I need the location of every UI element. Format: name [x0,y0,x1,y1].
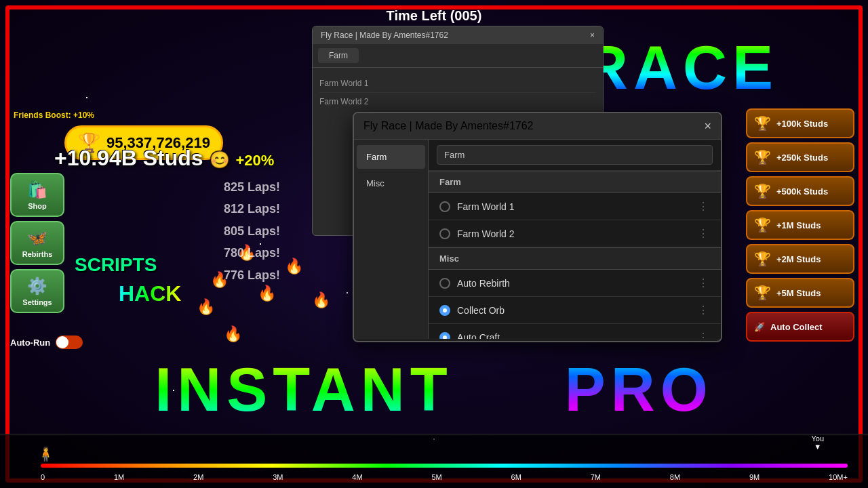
shop-icon: 🛍️ [27,180,47,199]
modal: Fly Race | Made By Amentes#1762 × Farm M… [353,112,722,342]
btn-2m[interactable]: 🏆 +2M Studs [746,244,854,274]
laps-overlay: 825 Laps! 812 Laps! 805 Laps! 780 Laps! … [224,176,280,286]
marker-6m: 6M [511,473,521,481]
bg-farm-world-1-label: Farm World 1 [319,75,596,93]
auto-collect-label: Auto Collect [770,322,823,332]
collect-orb-label: Collect Orb [457,305,505,316]
instant-text: INSTANT [155,356,452,424]
bg-window-title-bar: Fly Race | Made By Amentes#1762 × [313,26,603,44]
sidebar-item-rebirths[interactable]: 🦋 Rebirths [10,221,64,265]
toggle-knob [56,336,68,348]
auto-rebirth-label: Auto Rebirth [457,278,510,289]
you-marker: You ▼ [811,434,824,451]
farm-input-row [429,140,721,171]
scripts-text: SCRIPTS [75,254,157,276]
timer: Time Left (005) [387,8,482,24]
btn-1m-label: +1M Studs [776,220,821,230]
modal-sidebar-misc[interactable]: Misc [357,171,425,195]
marker-9m: 9M [749,473,760,481]
misc-section-header: Misc [429,247,721,270]
flame-6: 🔥 [312,291,330,309]
right-buttons: 🏆 +100k Studs 🏆 +250k Studs 🏆 +500k Stud… [746,108,854,342]
auto-craft-radio[interactable] [439,332,450,340]
modal-overlay: Fly Race | Made By Amentes#1762 × Farm M… [353,112,722,342]
collect-orb-radio[interactable] [439,305,450,316]
trophy-icon-2: 🏆 [754,149,771,165]
btn-100k-label: +100k Studs [776,119,828,129]
modal-main-content: Farm Farm World 1 ⋮ Farm World 2 ⋮ Misc … [429,140,721,339]
progress-markers: 0 1M 2M 3M 4M 5M 6M 7M 8M 9M 10M+ [41,473,848,481]
farm-world-2-radio[interactable] [439,228,450,239]
modal-title-text: Fly Race | Made By Amentes#1762 [363,120,534,132]
instant-pro-title: INSTANT PRO [20,359,848,420]
bg-window-content: Farm World 1 Farm World 2 [313,68,603,117]
farm-world-2-dots: ⋮ [698,227,710,240]
flame-7: 🔥 [224,325,242,343]
boost-percent: +20% [235,152,274,169]
collect-orb-dots: ⋮ [698,304,710,317]
hack-text: HACK [119,281,181,306]
btn-100k[interactable]: 🏆 +100k Studs [746,108,854,138]
auto-run-toggle[interactable] [56,336,83,349]
bg-farm-world-2-label: Farm World 2 [319,93,596,110]
auto-rebirth-radio[interactable] [439,278,450,289]
race-text: RACE [584,34,778,102]
btn-5m-label: +5M Studs [776,288,821,298]
trophy-icon-3: 🏆 [754,183,771,199]
btn-250k-label: +250k Studs [776,152,828,163]
flame-4: 🔥 [258,285,276,302]
auto-craft-label: Auto Craft [457,332,500,340]
marker-1m: 1M [114,473,124,481]
btn-1m[interactable]: 🏆 +1M Studs [746,210,854,240]
auto-collect-button[interactable]: 🚀 Auto Collect [746,312,854,342]
studs-gained-text: +10.94B Studs [54,146,203,170]
btn-250k[interactable]: 🏆 +250k Studs [746,142,854,172]
btn-5m[interactable]: 🏆 +5M Studs [746,278,854,308]
farm-world-1-radio[interactable] [439,201,450,212]
modal-body: Farm Misc Farm Farm World 1 ⋮ Farm Wo [354,140,721,339]
friends-boost: Friends Boost: +10% [14,110,94,120]
pro-text: PRO [565,356,713,424]
left-sidebar: 🛍️ Shop 🦋 Rebirths ⚙️ Settings [10,173,64,313]
farm-world-1-row[interactable]: Farm World 1 ⋮ [429,193,721,220]
bg-window-close-icon[interactable]: × [590,30,595,40]
farm-world-1-label: Farm World 1 [457,201,515,212]
auto-run-container: Auto-Run [10,336,83,349]
auto-craft-dots: ⋮ [698,331,710,339]
farm-section-header: Farm [429,171,721,193]
progress-track [41,464,848,468]
player-character-icon: 🧍 [37,446,54,462]
marker-10m: 10M+ [829,473,848,481]
modal-sidebar-farm[interactable]: Farm [357,145,425,169]
flame-3: 🔥 [197,298,215,316]
btn-500k[interactable]: 🏆 +500k Studs [746,176,854,206]
rebirths-icon: 🦋 [27,228,47,247]
farm-search-input[interactable] [437,145,713,165]
marker-5m: 5M [431,473,441,481]
sidebar-item-settings[interactable]: ⚙️ Settings [10,269,64,313]
bg-window-farm-tab[interactable]: Farm [318,48,359,63]
bg-window-title-text: Fly Race | Made By Amentes#1762 [321,30,448,40]
progress-bar: 🧍 You ▼ 0 1M 2M 3M 4M 5M 6M 7M 8M 9M 10M… [0,434,868,488]
modal-close-button[interactable]: × [704,120,711,132]
auto-craft-row[interactable]: Auto Craft ⋮ [429,324,721,339]
auto-rebirth-dots: ⋮ [698,277,710,289]
marker-0: 0 [41,473,45,481]
marker-4m: 4M [352,473,362,481]
trophy-icon-5: 🏆 [754,251,771,267]
sidebar-item-shop[interactable]: 🛍️ Shop [10,173,64,217]
collect-orb-row[interactable]: Collect Orb ⋮ [429,297,721,324]
farm-world-1-dots: ⋮ [698,200,710,213]
farm-world-2-row[interactable]: Farm World 2 ⋮ [429,220,721,247]
modal-title-bar: Fly Race | Made By Amentes#1762 × [354,113,721,140]
rocket-icon: 🚀 [754,322,765,332]
auto-rebirth-row[interactable]: Auto Rebirth ⋮ [429,270,721,297]
modal-sidebar: Farm Misc [354,140,429,339]
auto-run-label: Auto-Run [10,338,50,348]
trophy-icon-6: 🏆 [754,285,771,301]
btn-2m-label: +2M Studs [776,254,821,264]
trophy-icon-1: 🏆 [754,115,771,131]
trophy-icon-4: 🏆 [754,217,771,233]
marker-3m: 3M [273,473,283,481]
settings-icon: ⚙️ [27,277,47,296]
